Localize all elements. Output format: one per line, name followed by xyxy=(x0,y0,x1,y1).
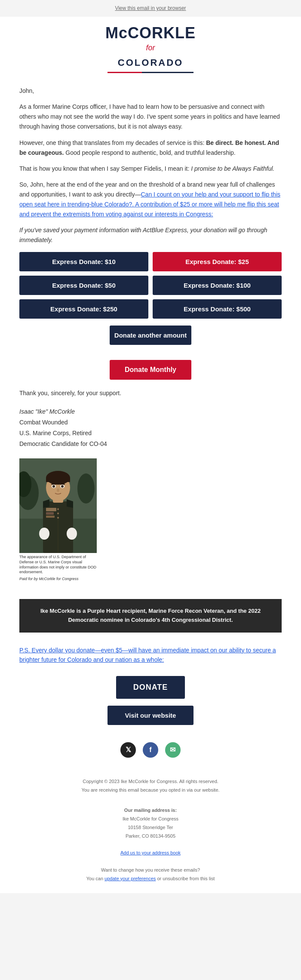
signature: Isaac "Ike" McCorkle Combat Wounded U.S.… xyxy=(19,407,282,449)
dark-info-box: Ike McCorkle is a Purple Heart recipient… xyxy=(19,599,282,633)
svg-point-26 xyxy=(57,513,59,514)
photo-container: The appearance of U.S. Department of Def… xyxy=(19,458,97,582)
svg-point-23 xyxy=(67,528,77,540)
donate-big-button[interactable]: DONATE xyxy=(116,676,185,699)
candidate-photo xyxy=(19,458,97,553)
twitter-x-icon[interactable]: 𝕏 xyxy=(120,742,136,758)
social-bar: 𝕏 f ✉ xyxy=(19,734,282,762)
svg-point-21 xyxy=(57,488,59,492)
svg-rect-8 xyxy=(46,516,55,518)
logo-colorado: COLORADO xyxy=(17,55,284,70)
svg-point-3 xyxy=(77,473,95,504)
svg-rect-20 xyxy=(60,484,65,485)
address-line3: Parker, CO 80134-9505 xyxy=(17,832,284,841)
actblue-note: If you've saved your payment information… xyxy=(19,225,282,245)
bold-directive: Be direct. Be honest. And be courageous. xyxy=(19,139,279,156)
promise-italic: I promise to be Always Faithful. xyxy=(191,165,274,172)
svg-rect-6 xyxy=(46,508,56,511)
copyright: Copyright © 2023 Ike McCorkle for Congre… xyxy=(17,777,284,786)
update-preferences-link[interactable]: update your preferences xyxy=(104,876,156,881)
ps-section: P.S. Every dollar you donate—even $5—wil… xyxy=(19,641,282,669)
paragraph-2: However, one thing that translates from … xyxy=(19,138,282,158)
svg-point-17 xyxy=(52,485,55,488)
paragraph-1: As a former Marine Corps officer, I have… xyxy=(19,102,282,132)
svg-rect-7 xyxy=(46,512,54,515)
opt-in-text: You are receiving this email because you… xyxy=(17,786,284,795)
express-donate-50[interactable]: Express Donate: $50 xyxy=(19,276,148,295)
visit-website-button[interactable]: Visit our website xyxy=(108,706,194,725)
photo-paid: Paid for by McCorkle for Congress xyxy=(19,576,97,582)
svg-point-25 xyxy=(57,508,59,510)
logo-corkle: CORKLE xyxy=(128,24,196,42)
logo-mc: Mc xyxy=(105,24,128,42)
facebook-icon[interactable]: f xyxy=(143,742,158,758)
paragraph-3: That is how you know that when I say Sem… xyxy=(19,164,282,174)
express-donate-10[interactable]: Express Donate: $10 xyxy=(19,252,148,271)
email-icon[interactable]: ✉ xyxy=(165,742,181,758)
sig-line2: U.S. Marine Corps, Retired xyxy=(19,428,282,438)
express-donate-250[interactable]: Express Donate: $250 xyxy=(19,299,148,319)
photo-caption: The appearance of U.S. Department of Def… xyxy=(19,555,97,575)
view-in-browser-link[interactable]: View this email in your browser xyxy=(115,5,186,11)
unsubscribe-text: or unsubscribe from this list xyxy=(157,876,215,881)
express-donate-500[interactable]: Express Donate: $500 xyxy=(153,299,282,319)
cta-link[interactable]: Can I count on your help and your suppor… xyxy=(19,191,280,218)
footer: Copyright © 2023 Ike McCorkle for Congre… xyxy=(0,771,301,894)
express-donate-100[interactable]: Express Donate: $100 xyxy=(153,276,282,295)
address-line2: 10158 Stoneridge Ter xyxy=(17,823,284,832)
greeting: John, xyxy=(19,86,282,96)
logo-text: McCORKLE xyxy=(17,25,284,41)
email-wrapper: View this email in your browser McCORKLE… xyxy=(0,0,301,893)
dark-box-text: Ike McCorkle is a Purple Heart recipient… xyxy=(40,608,261,623)
svg-point-27 xyxy=(57,517,59,519)
svg-point-18 xyxy=(61,485,64,488)
logo-underline xyxy=(108,72,194,73)
main-content: John, As a former Marine Corps officer, … xyxy=(0,77,301,771)
svg-rect-14 xyxy=(46,478,70,482)
add-address-link[interactable]: Add us to your address book xyxy=(120,850,181,855)
sig-line3: Democratic Candidate for CO-04 xyxy=(19,439,282,449)
svg-rect-19 xyxy=(51,484,56,485)
ps-link[interactable]: P.S. Every dollar you donate—even $5—wil… xyxy=(19,647,276,663)
logo-for: for xyxy=(17,42,284,54)
paragraph-4: So, John, here at the end of the year an… xyxy=(19,180,282,219)
address-line1: Ike McCorkle for Congress xyxy=(17,815,284,823)
logo: McCORKLE for COLORADO xyxy=(17,25,284,73)
donate-section: DONATE Visit our website xyxy=(19,676,282,725)
center-buttons: Donate another amount Donate Monthly xyxy=(19,326,282,379)
top-bar: View this email in your browser xyxy=(0,0,301,17)
sig-name: Isaac "Ike" McCorkle xyxy=(19,407,282,417)
donate-grid: Express Donate: $10 Express Donate: $25 … xyxy=(19,252,282,319)
thanks-text: Thank you, sincerely, for your support. xyxy=(19,388,282,398)
express-donate-25[interactable]: Express Donate: $25 xyxy=(153,252,282,271)
donate-another-amount-button[interactable]: Donate another amount xyxy=(110,326,191,345)
donate-monthly-button[interactable]: Donate Monthly xyxy=(110,360,191,380)
mailing-label: Our mailing address is: xyxy=(17,806,284,815)
sig-line1: Combat Wounded xyxy=(19,418,282,427)
header: McCORKLE for COLORADO xyxy=(0,17,301,77)
svg-point-22 xyxy=(39,528,49,540)
change-preferences-text: Want to change how you receive these ema… xyxy=(17,866,284,883)
